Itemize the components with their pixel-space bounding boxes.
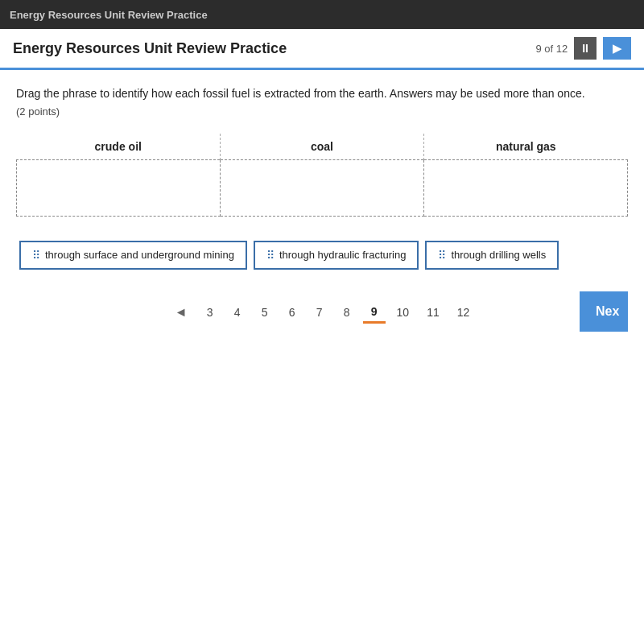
page-3-button[interactable]: 3 (199, 303, 221, 322)
col-header-natural-gas: natural gas (424, 134, 628, 160)
drop-zone-crude-oil[interactable] (17, 159, 221, 216)
drag-options-container: ⠿ through surface and underground mining… (16, 241, 628, 270)
page-9-button[interactable]: 9 (363, 302, 386, 324)
pause-button[interactable]: II (574, 37, 597, 60)
question-text: Drag the phrase to identify how each fos… (16, 86, 628, 102)
next-button[interactable]: Nex (580, 291, 628, 332)
prev-page-button[interactable]: ◄ (168, 302, 194, 323)
col-header-crude-oil: crude oil (17, 134, 221, 160)
page-8-button[interactable]: 8 (336, 303, 358, 322)
pagination-wrapper: ◄ 3 4 5 6 7 8 9 10 11 12 Nex (16, 294, 628, 332)
page-7-button[interactable]: 7 (308, 303, 331, 322)
next-header-button[interactable]: ▶ (603, 37, 631, 60)
header-title: Energy Resources Unit Review Practice (13, 40, 287, 57)
drag-label-2: through hydraulic fracturing (279, 249, 407, 261)
top-bar-title: Energy Resources Unit Review Practice (10, 9, 208, 21)
page-5-button[interactable]: 5 (254, 303, 276, 322)
page-11-button[interactable]: 11 (420, 303, 446, 322)
page-6-button[interactable]: 6 (281, 303, 303, 322)
drop-table: crude oil coal natural gas (16, 134, 628, 217)
page-10-button[interactable]: 10 (390, 303, 416, 322)
drag-icon-1: ⠿ (32, 249, 40, 262)
drop-zone-natural-gas[interactable] (424, 159, 628, 216)
drag-item-underground-mining[interactable]: ⠿ through surface and underground mining (19, 241, 247, 270)
page-4-button[interactable]: 4 (226, 303, 249, 322)
drag-label-3: through drilling wells (451, 249, 546, 261)
drag-icon-3: ⠿ (438, 249, 446, 262)
drag-item-hydraulic-fracturing[interactable]: ⠿ through hydraulic fracturing (254, 241, 419, 270)
drag-icon-2: ⠿ (266, 249, 275, 262)
pagination: ◄ 3 4 5 6 7 8 9 10 11 12 (168, 294, 477, 332)
points-text: (2 points) (16, 105, 628, 118)
drag-item-drilling-wells[interactable]: ⠿ through drilling wells (425, 241, 559, 270)
drag-label-1: through surface and underground mining (45, 249, 234, 261)
progress-text: 9 of 12 (535, 43, 568, 55)
drop-zone-coal[interactable] (221, 159, 424, 216)
col-header-coal: coal (221, 134, 424, 160)
page-12-button[interactable]: 12 (451, 303, 477, 322)
